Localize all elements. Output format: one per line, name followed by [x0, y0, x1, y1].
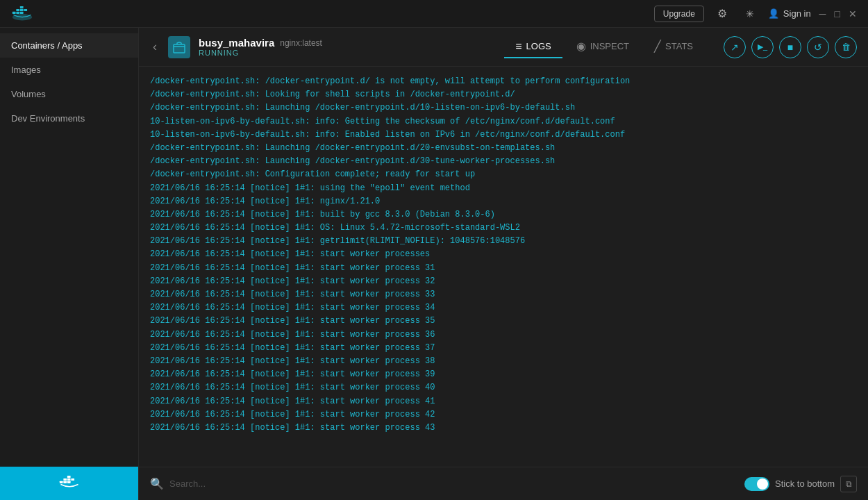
close-button[interactable]: ✕	[849, 8, 857, 19]
upgrade-button[interactable]: Upgrade	[654, 6, 704, 22]
logs-area: /docker-entrypoint.sh: /docker-entrypoin…	[139, 67, 868, 500]
tab-logs[interactable]: ≡ LOGS	[504, 36, 562, 58]
settings-button[interactable]: ⚙	[712, 4, 732, 24]
svg-rect-0	[12, 11, 16, 13]
tab-stats[interactable]: ╱ STATS	[643, 35, 704, 58]
search-bar: 🔍 Stick to bottom ⧉	[139, 467, 868, 500]
signin-label: Sign in	[783, 8, 811, 19]
logs-icon: ≡	[515, 40, 521, 53]
svg-rect-11	[63, 478, 67, 481]
inspect-icon: ◉	[576, 40, 586, 53]
docker-footer-logo	[58, 476, 81, 491]
delete-button[interactable]: 🗑	[835, 36, 857, 58]
terminal-button[interactable]: ▶_	[751, 36, 774, 58]
tab-logs-label: LOGS	[526, 41, 551, 51]
minimize-button[interactable]: ─	[819, 8, 826, 19]
sidebar-item-label: Volumes	[11, 89, 46, 99]
log-line: 2021/06/16 16:25:14 [notice] 1#1: start …	[150, 288, 857, 301]
log-line: 2021/06/16 16:25:14 [notice] 1#1: start …	[150, 328, 857, 342]
log-line: 10-listen-on-ipv6-by-default.sh: info: G…	[150, 115, 857, 128]
container-header: ‹ busy_mahavira nginx:latest RUNNING ≡	[139, 28, 868, 67]
maximize-button[interactable]: □	[835, 8, 840, 19]
svg-rect-9	[63, 481, 67, 483]
sidebar-item-label: Containers / Apps	[11, 40, 83, 51]
sidebar: Containers / Apps Images Volumes Dev Env…	[0, 28, 139, 500]
container-name-row: busy_mahavira nginx:latest	[199, 37, 496, 49]
log-line: 2021/06/16 16:25:14 [notice] 1#1: built …	[150, 208, 857, 222]
action-buttons: ↗ ▶_ ■ ↺ 🗑	[724, 36, 857, 58]
sidebar-nav: Containers / Apps Images Volumes Dev Env…	[0, 28, 138, 467]
log-line: 2021/06/16 16:25:14 [notice] 1#1: start …	[150, 275, 857, 288]
log-line: 2021/06/16 16:25:14 [notice] 1#1: start …	[150, 408, 857, 422]
log-line: 2021/06/16 16:25:14 [notice] 1#1: start …	[150, 381, 857, 394]
restart-icon: ↺	[814, 42, 822, 53]
stick-to-bottom-toggle[interactable]	[744, 477, 769, 491]
sidebar-item-images[interactable]: Images	[0, 58, 138, 82]
tab-inspect-label: INSPECT	[590, 41, 629, 51]
svg-rect-14	[71, 478, 74, 481]
stop-icon: ■	[787, 42, 793, 53]
copy-icon: ⧉	[846, 479, 852, 489]
stick-to-bottom: Stick to bottom	[744, 477, 835, 491]
log-line: 2021/06/16 16:25:14 [notice] 1#1: start …	[150, 301, 857, 315]
open-browser-button[interactable]: ↗	[724, 36, 746, 58]
tab-bar: ≡ LOGS ◉ INSPECT ╱ STATS	[504, 35, 704, 58]
tab-stats-label: STATS	[665, 41, 693, 51]
container-name-text: busy_mahavira	[199, 37, 274, 49]
sidebar-footer	[0, 467, 138, 500]
container-box-icon	[172, 40, 186, 54]
log-line: 2021/06/16 16:25:14 [notice] 1#1: start …	[150, 315, 857, 328]
log-line: 2021/06/16 16:25:14 [notice] 1#1: using …	[150, 182, 857, 195]
svg-rect-1	[16, 11, 19, 13]
restart-button[interactable]: ↺	[807, 36, 829, 58]
sidebar-item-volumes[interactable]: Volumes	[0, 82, 138, 106]
app-body: Containers / Apps Images Volumes Dev Env…	[0, 28, 868, 500]
back-button[interactable]: ‹	[150, 37, 160, 57]
tab-inspect[interactable]: ◉ INSPECT	[565, 35, 640, 58]
svg-rect-3	[16, 8, 19, 10]
sign-in-button[interactable]: 👤 Sign in	[768, 8, 811, 19]
log-line: 10-listen-on-ipv6-by-default.sh: info: E…	[150, 128, 857, 142]
bug-report-button[interactable]: ✳	[740, 4, 760, 24]
svg-rect-8	[59, 481, 62, 483]
bug-icon: ✳	[746, 8, 754, 19]
stop-button[interactable]: ■	[779, 36, 801, 58]
log-line: 2021/06/16 16:25:14 [notice] 1#1: start …	[150, 395, 857, 408]
terminal-icon: ▶_	[758, 42, 767, 51]
top-bar: Upgrade ⚙ ✳ 👤 Sign in ─ □ ✕	[0, 0, 868, 28]
copy-logs-button[interactable]: ⧉	[840, 476, 857, 492]
delete-icon: 🗑	[842, 42, 851, 52]
search-input[interactable]	[169, 478, 739, 489]
log-line: /docker-entrypoint.sh: /docker-entrypoin…	[150, 75, 857, 88]
log-line: 2021/06/16 16:25:14 [notice] 1#1: getrli…	[150, 235, 857, 248]
window-controls: ─ □ ✕	[819, 8, 857, 19]
log-line: /docker-entrypoint.sh: Launching /docker…	[150, 155, 857, 168]
svg-rect-15	[174, 44, 185, 53]
log-line: 2021/06/16 16:25:14 [notice] 1#1: start …	[150, 355, 857, 368]
log-line: /docker-entrypoint.sh: Configuration com…	[150, 168, 857, 181]
log-line: /docker-entrypoint.sh: Looking for shell…	[150, 88, 857, 101]
container-info: busy_mahavira nginx:latest RUNNING	[199, 37, 496, 57]
svg-rect-10	[67, 481, 70, 483]
stick-to-bottom-label: Stick to bottom	[775, 478, 835, 489]
svg-rect-12	[67, 478, 70, 481]
gear-icon: ⚙	[717, 7, 727, 20]
container-status: RUNNING	[199, 49, 496, 57]
open-browser-icon: ↗	[731, 42, 739, 53]
log-line: 2021/06/16 16:25:14 [notice] 1#1: start …	[150, 422, 857, 435]
log-line: 2021/06/16 16:25:14 [notice] 1#1: start …	[150, 262, 857, 275]
log-line: 2021/06/16 16:25:14 [notice] 1#1: start …	[150, 342, 857, 355]
user-icon: 👤	[768, 8, 779, 19]
sidebar-item-dev-environments[interactable]: Dev Environments	[0, 106, 138, 131]
container-icon	[168, 36, 190, 58]
docker-logo	[11, 6, 33, 22]
main-content: ‹ busy_mahavira nginx:latest RUNNING ≡	[139, 28, 868, 500]
svg-rect-6	[24, 8, 27, 10]
svg-rect-4	[20, 8, 24, 10]
log-line: /docker-entrypoint.sh: Launching /docker…	[150, 142, 857, 155]
logs-content[interactable]: /docker-entrypoint.sh: /docker-entrypoin…	[139, 67, 868, 467]
sidebar-item-containers[interactable]: Containers / Apps	[0, 33, 138, 58]
log-line: 2021/06/16 16:25:14 [notice] 1#1: start …	[150, 368, 857, 381]
top-bar-left	[11, 6, 33, 22]
log-line: 2021/06/16 16:25:14 [notice] 1#1: start …	[150, 248, 857, 261]
